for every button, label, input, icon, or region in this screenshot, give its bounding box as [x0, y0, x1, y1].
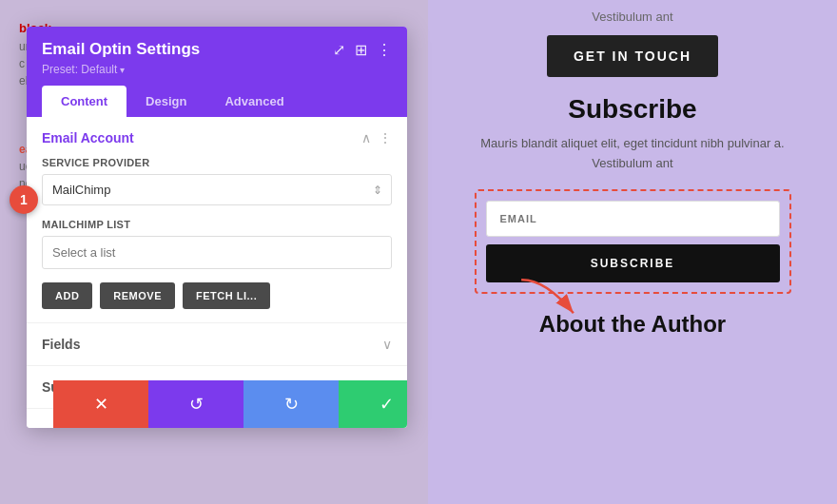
section-more-icon[interactable]: ⋮: [379, 130, 392, 145]
panel-header-top: Email Optin Settings ⤢ ⊞ ⋮: [42, 40, 392, 59]
section-collapse-icon[interactable]: ∧: [361, 130, 371, 145]
subscribe-title: Subscribe: [457, 94, 808, 125]
redo-button[interactable]: ↻: [243, 380, 339, 428]
arrow-container: [514, 276, 590, 327]
email-input[interactable]: [486, 201, 780, 237]
service-provider-select[interactable]: MailChimp AWeber GetResponse ConvertKit: [42, 174, 392, 205]
step-badge: 1: [10, 185, 38, 214]
panel-tabs: Content Design Advanced: [42, 86, 392, 117]
mailchimp-list-label: MailChimp List: [42, 219, 392, 230]
more-options-icon[interactable]: ⋮: [377, 41, 392, 59]
subscribe-desc: Mauris blandit aliquet elit, eget tincid…: [457, 134, 808, 174]
service-provider-field: Service Provider MailChimp AWeber GetRes…: [42, 157, 392, 205]
service-provider-select-wrapper: MailChimp AWeber GetResponse ConvertKit …: [42, 174, 392, 205]
service-provider-label: Service Provider: [42, 157, 392, 168]
fields-section[interactable]: Fields ∨: [27, 323, 407, 366]
section-icons: ∧ ⋮: [361, 130, 392, 145]
settings-panel: Email Optin Settings ⤢ ⊞ ⋮ Preset: Defau…: [27, 27, 407, 428]
preview-top-text: Vestibulum ant: [592, 10, 672, 24]
panel-header: Email Optin Settings ⤢ ⊞ ⋮ Preset: Defau…: [27, 27, 407, 117]
get-in-touch-button[interactable]: GET IN TOUCH: [547, 35, 718, 77]
confirm-button[interactable]: ✓: [339, 380, 407, 428]
cancel-button[interactable]: ✕: [53, 380, 148, 428]
tab-advanced[interactable]: Advanced: [205, 86, 302, 117]
bottom-toolbar: ✕ ↺ ↻ ✓: [53, 380, 407, 428]
fields-section-title: Fields: [42, 337, 80, 352]
add-button[interactable]: ADD: [42, 282, 92, 309]
preview-panel: Vestibulum ant GET IN TOUCH Subscribe Ma…: [428, 0, 837, 504]
panel-header-icons: ⤢ ⊞ ⋮: [333, 41, 392, 59]
section-title: Email Account: [42, 130, 134, 145]
undo-button[interactable]: ↺: [148, 380, 243, 428]
fields-chevron-icon: ∨: [382, 337, 392, 352]
fetch-list-button[interactable]: FETCH LI...: [183, 282, 270, 309]
mailchimp-list-field: MailChimp List: [42, 219, 392, 269]
tab-content[interactable]: Content: [42, 86, 127, 117]
section-header: Email Account ∧ ⋮: [42, 130, 392, 145]
select-list-input[interactable]: [42, 236, 392, 269]
subscribe-section: Subscribe Mauris blandit aliquet elit, e…: [428, 94, 837, 294]
columns-icon[interactable]: ⊞: [355, 41, 367, 59]
preset-chevron-icon: ▾: [120, 65, 125, 75]
arrow-icon: [510, 269, 593, 329]
remove-button[interactable]: REMOVE: [100, 282, 175, 309]
maximize-icon[interactable]: ⤢: [333, 41, 345, 59]
tab-design[interactable]: Design: [127, 86, 205, 117]
action-buttons-row: ADD REMOVE FETCH LI...: [42, 282, 392, 309]
email-account-section: Email Account ∧ ⋮ Service Provider MailC…: [27, 117, 407, 323]
panel-preset[interactable]: Preset: Default ▾: [42, 63, 392, 76]
panel-title: Email Optin Settings: [42, 40, 200, 59]
